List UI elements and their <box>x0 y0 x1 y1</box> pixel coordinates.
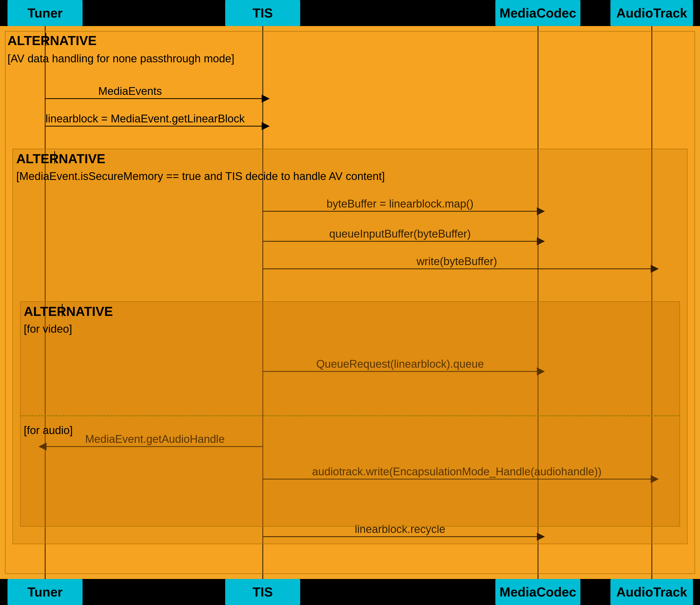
diagram-container: Tuner TIS MediaCodec AudioTrack Tuner TI… <box>0 0 700 605</box>
alt-frame-inner-2 <box>20 301 680 527</box>
actor-tuner-bottom: Tuner <box>7 579 82 605</box>
actor-tis-bottom: TIS <box>225 579 300 605</box>
actor-mediacodec-top: MediaCodec <box>495 0 580 26</box>
alt-condition-for-audio: [for audio] <box>24 424 73 437</box>
alt-label-outer: ALTERNATIVE <box>7 33 97 48</box>
alt-vert-bar-outer <box>46 33 46 46</box>
alt-vert-inner2 <box>62 304 62 316</box>
alt-condition-outer: [AV data handling for none passthrough m… <box>7 52 234 65</box>
alt-vert-inner1 <box>54 151 55 164</box>
actor-audiotrack-bottom: AudioTrack <box>610 579 693 605</box>
alt-condition-inner1: [MediaEvent.isSecureMemory == true and T… <box>16 170 385 183</box>
diagram-area: ALTERNATIVE [AV data handling for none p… <box>0 26 700 579</box>
alt-label-inner1: ALTERNATIVE <box>16 151 105 166</box>
actor-tis-top: TIS <box>225 0 300 26</box>
alt-condition-for-video: [for video] <box>24 323 72 335</box>
actor-audiotrack-top: AudioTrack <box>610 0 693 26</box>
actor-tuner-top: Tuner <box>7 0 82 26</box>
alt-label-inner2: ALTERNATIVE <box>24 304 113 319</box>
actor-mediacodec-bottom: MediaCodec <box>495 579 580 605</box>
dashed-divider <box>20 415 680 416</box>
